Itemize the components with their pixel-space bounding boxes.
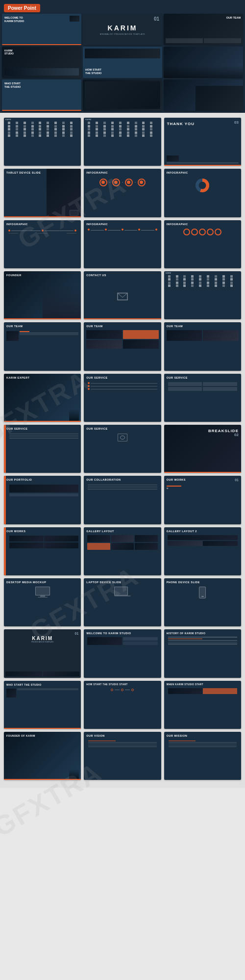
icons1-label: KARIM <box>5 119 11 121</box>
hero-slide-img6 <box>164 79 243 111</box>
slide-how: HOW START THE STUDIO START <box>84 681 161 729</box>
service1-label: OUR SERVICE <box>86 376 158 380</box>
slide-infographic-line: INFOGRAPHIC <box>4 220 81 268</box>
service3-label: OUR SERVICE <box>6 427 78 431</box>
hero-slide-main: KARIM MINIMALIST PRESENTATION TEMPLATE 0… <box>83 14 162 45</box>
badge-label: Power Point <box>8 5 36 11</box>
slides-row-2: TABLET DEVICE SLIDE INFOGRAPHIC <box>4 169 241 217</box>
slide-founder: FOUNDER <box>4 271 81 319</box>
gallery-label: GALLERY LAYOUT <box>86 530 158 533</box>
welcome2-label: WELCOME TO KARIM STUDIO <box>86 632 158 635</box>
history-label: HISTORY OF KARIM STUDIO <box>167 632 239 635</box>
slides-row-10: DESKTOP MEDIA MOCKUP LAPTOP DEVICE SLIDE <box>4 578 241 626</box>
hero-slide-howstart: HOW STARTTHE STUDIO <box>83 47 162 78</box>
team3-label: OUR TEAM <box>167 325 239 328</box>
whostart-label: WHO STARTTHE STUDIO <box>4 82 79 89</box>
karim-studio-label: KARIMSTUDIO <box>4 49 79 55</box>
who-label: WHO START THE STUDIO <box>6 683 78 686</box>
hero-slide-num: 01 <box>154 16 159 22</box>
infographic5-label: INFOGRAPHIC <box>167 223 239 226</box>
slides-row-1: // Will be rendered inline <box>4 118 241 166</box>
slide-service-2: OUR SERVICE <box>164 374 241 422</box>
slides-row-4: FOUNDER CONTACT US <box>4 271 241 319</box>
hero-slide-ourteam: OUR TEAM <box>164 14 243 45</box>
team1-label: OUR TEAM <box>6 325 78 328</box>
slide-collaboration: OUR COLLABORATION <box>84 476 161 524</box>
works2-label: OUR WORKS <box>6 530 78 533</box>
thankyou-title: THANK YOU <box>167 122 195 127</box>
slide-desktop: DESKTOP MEDIA MOCKUP <box>4 578 81 626</box>
slides-row-8: OUR PORTFOLIO OUR COLLABORATION OUR WORK… <box>4 476 241 524</box>
slide-icons-1: // Will be rendered inline <box>4 118 81 166</box>
our-team-label: OUR TEAM <box>226 16 241 19</box>
vision-label: OUR VISION <box>86 734 158 738</box>
slide-icons-2: KARIM <box>84 118 161 166</box>
karim2-num: 01 <box>75 632 79 635</box>
hero-welcome-label: WELCOME TOKARIM STUDIO <box>4 16 79 23</box>
hero-main-title: KARIM <box>108 24 138 32</box>
hero-slide-karim2: KARIMSTUDIO <box>2 47 81 78</box>
karim2-subtitle: PRESENTATION TEMPLATE <box>6 641 78 643</box>
slide-welcome-2: WELCOME TO KARIM STUDIO <box>84 629 161 677</box>
slide-karim-2: KARIM PRESENTATION TEMPLATE 01 <box>4 629 81 677</box>
infographic4-label: INFOGRAPHIC <box>86 223 158 226</box>
slides-row-9: OUR WORKS GALLERY LAYOUT <box>4 527 241 575</box>
slide-team-2: OUR TEAM <box>84 322 161 370</box>
slide-expert: KARIM EXPERT <box>4 374 81 422</box>
infographic1-label: INFOGRAPHIC <box>86 171 158 175</box>
slides-row-3: INFOGRAPHIC <box>4 220 241 268</box>
powerpoint-badge: Power Point <box>4 4 40 12</box>
laptop-label: LAPTOP DEVICE SLIDE <box>86 581 158 584</box>
slide-infographic-circles: INFOGRAPHIC <box>84 169 161 217</box>
slide-infographic-donut: INFOGRAPHIC <box>164 169 241 217</box>
slides-row-5: OUR TEAM OUR TEAM <box>4 322 241 370</box>
icons3-label: KARIM <box>166 272 171 274</box>
contact-label: CONTACT US <box>86 274 158 277</box>
slides-row-7: OUR SERVICE OUR SERVICE <box>4 425 241 473</box>
hero-slide-img5 <box>83 79 162 111</box>
team2-label: OUR TEAM <box>86 325 158 328</box>
slide-vision: OUR VISION <box>84 732 161 780</box>
slide-gallery: GALLERY LAYOUT <box>84 527 161 575</box>
service4-label: OUR SERVICE <box>86 427 158 431</box>
thankyou-num: 03 <box>234 120 239 125</box>
icons2-label: KARIM <box>85 119 91 121</box>
karim2-title: KARIM <box>6 636 78 641</box>
slides-row-11: KARIM PRESENTATION TEMPLATE 01 WELCOME T… <box>4 629 241 677</box>
slide-works-2: OUR WORKS <box>4 527 81 575</box>
slides-row-13: FOUNDER OF KARIM OUR VISION OUR MISSION <box>4 732 241 780</box>
slide-team-1: OUR TEAM <box>4 322 81 370</box>
slide-gallery-2: GALLERY LAYOUT 2 <box>164 527 241 575</box>
founder2-label: FOUNDER OF KARIM <box>6 734 78 737</box>
founder-label: FOUNDER <box>6 274 78 277</box>
slide-icons-3: KARIM <box>164 271 241 319</box>
how-label: HOW START THE STUDIO START <box>86 683 158 686</box>
infographic3-label: INFOGRAPHIC <box>6 223 78 226</box>
slide-thankyou: THANK YOU 03 <box>164 118 241 166</box>
collab-label: OUR COLLABORATION <box>86 478 158 482</box>
slide-team-3: OUR TEAM <box>164 322 241 370</box>
expert-label: KARIM EXPERT <box>6 376 78 380</box>
slide-infographic-timeline: INFOGRAPHIC <box>84 220 161 268</box>
tablet-label: TABLET DEVICE SLIDE <box>6 171 78 175</box>
portfolio-label: OUR PORTFOLIO <box>6 478 78 482</box>
mission-label: OUR MISSION <box>167 734 239 738</box>
slide-history: HISTORY OF KARIM STUDIO <box>164 629 241 677</box>
slide-who: WHO START THE STUDIO <box>4 681 81 729</box>
works-label: OUR WORKS <box>167 478 239 482</box>
slide-infographic-rings: INFOGRAPHIC <box>164 220 241 268</box>
slide-founder-2: FOUNDER OF KARIM <box>4 732 81 780</box>
hero-slide-img3 <box>164 47 243 78</box>
breakslide-num: 02 <box>234 433 239 437</box>
hero-slide-welcome: WELCOME TOKARIM STUDIO <box>2 14 81 45</box>
slide-service-3: OUR SERVICE <box>4 425 81 473</box>
hero-slide-whostart: WHO STARTTHE STUDIO <box>2 79 81 111</box>
hero-main-subtitle: MINIMALIST PRESENTATION TEMPLATE <box>100 33 145 35</box>
slide-mission: OUR MISSION <box>164 732 241 780</box>
slide-portfolio: OUR PORTFOLIO <box>4 476 81 524</box>
slides-container: // Will be rendered inline <box>0 113 245 788</box>
slide-contact: CONTACT US <box>84 271 161 319</box>
infographic2-label: INFOGRAPHIC <box>167 171 239 175</box>
slide-laptop: LAPTOP DEVICE SLIDE <box>84 578 161 626</box>
slide-when: WHEN KARIM STUDIO START <box>164 681 241 729</box>
